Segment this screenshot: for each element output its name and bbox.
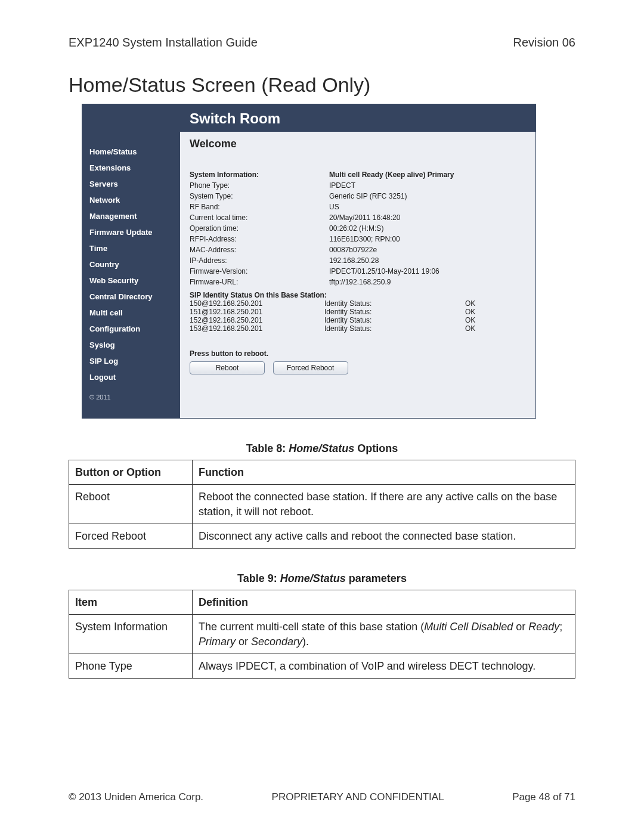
sysinfo-row: Current local time:20/May/2011 16:48:20 <box>190 212 528 223</box>
reboot-prompt: Press button to reboot. <box>190 349 528 358</box>
ui-content: Welcome System Information: Multi cell R… <box>180 132 535 418</box>
table8-h2: Function <box>193 460 575 485</box>
sysinfo-row: RF Band:US <box>190 202 528 212</box>
sip-row: 152@192.168.250.201 Identity Status: OK <box>190 316 528 324</box>
table-row: System Information The current multi-cel… <box>69 615 575 654</box>
sip-row: 153@192.168.250.201 Identity Status: OK <box>190 324 528 333</box>
table8-h1: Button or Option <box>69 460 193 485</box>
table8: Button or Option Function Reboot Reboot … <box>69 460 575 549</box>
nav-configuration[interactable]: Configuration <box>89 321 180 337</box>
sysinfo-row: Phone Type:IPDECT <box>190 180 528 191</box>
table9-h2: Definition <box>193 590 575 615</box>
sysinfo-row: Operation time:00:26:02 (H:M:S) <box>190 223 528 234</box>
footer-center: PROPRIETARY AND CONFIDENTIAL <box>272 791 444 803</box>
sysinfo-row: MAC-Address:00087b07922e <box>190 244 528 255</box>
section-title: Home/Status Screen (Read Only) <box>69 73 575 97</box>
table-row: Phone Type Always IPDECT, a combination … <box>69 654 575 679</box>
doc-header: EXP1240 System Installation Guide Revisi… <box>69 36 575 49</box>
footer-right: Page 48 of 71 <box>512 791 575 803</box>
doc-footer: © 2013 Uniden America Corp. PROPRIETARY … <box>69 791 575 803</box>
nav-country[interactable]: Country <box>89 256 180 272</box>
nav-time[interactable]: Time <box>89 240 180 256</box>
ui-copyright: © 2011 <box>89 394 180 401</box>
ui-welcome: Welcome <box>190 138 528 150</box>
nav-web-security[interactable]: Web Security <box>89 272 180 289</box>
sysinfo-row: RFPI-Address:116E61D300; RPN:00 <box>190 234 528 244</box>
footer-left: © 2013 Uniden America Corp. <box>69 791 203 803</box>
ui-sidebar: Home/Status Extensions Servers Network M… <box>82 104 180 418</box>
table9-h1: Item <box>69 590 193 615</box>
table-row: Reboot Reboot the connected base station… <box>69 485 575 524</box>
nav-central-directory[interactable]: Central Directory <box>89 289 180 305</box>
sip-row: 150@192.168.250.201 Identity Status: OK <box>190 299 528 308</box>
nav-firmware-update[interactable]: Firmware Update <box>89 224 180 240</box>
nav-syslog[interactable]: Syslog <box>89 337 180 353</box>
table-row: Forced Reboot Disconnect any active call… <box>69 524 575 548</box>
nav-multi-cell[interactable]: Multi cell <box>89 305 180 321</box>
nav-network[interactable]: Network <box>89 192 180 208</box>
nav-logout[interactable]: Logout <box>89 369 180 385</box>
ui-main: Switch Room Welcome System Information: … <box>180 104 535 418</box>
sysinfo-row: System Type:Generic SIP (RFC 3251) <box>190 191 528 202</box>
doc-revision: Revision 06 <box>513 36 575 49</box>
sysinfo-header-value: Multi cell Ready (Keep alive) Primary <box>329 169 528 180</box>
reboot-button[interactable]: Reboot <box>190 361 265 374</box>
forced-reboot-button[interactable]: Forced Reboot <box>273 361 348 374</box>
table8-caption: Table 8: Home/Status Options <box>69 442 575 455</box>
sysinfo-row: IP-Address:192.168.250.28 <box>190 255 528 266</box>
nav-servers[interactable]: Servers <box>89 176 180 192</box>
nav-management[interactable]: Management <box>89 208 180 224</box>
ui-title: Switch Room <box>180 104 535 132</box>
nav-home-status[interactable]: Home/Status <box>89 144 180 160</box>
nav-sip-log[interactable]: SIP Log <box>89 353 180 369</box>
sysinfo-row: Firmware-Version:IPDECT/01.25/10-May-201… <box>190 266 528 277</box>
table9-caption: Table 9: Home/Status parameters <box>69 572 575 585</box>
embedded-ui: Home/Status Extensions Servers Network M… <box>82 104 536 419</box>
sysinfo-header-label: System Information: <box>190 169 329 180</box>
nav-extensions[interactable]: Extensions <box>89 160 180 176</box>
sysinfo-row: Firmware-URL:tftp://192.168.250.9 <box>190 277 528 287</box>
sip-status-header: SIP Identity Status On this Base Station… <box>190 291 528 299</box>
table9: Item Definition System Information The c… <box>69 590 575 679</box>
system-info-table: System Information: Multi cell Ready (Ke… <box>190 169 528 287</box>
sip-row: 151@192.168.250.201 Identity Status: OK <box>190 308 528 316</box>
doc-title: EXP1240 System Installation Guide <box>69 36 258 49</box>
